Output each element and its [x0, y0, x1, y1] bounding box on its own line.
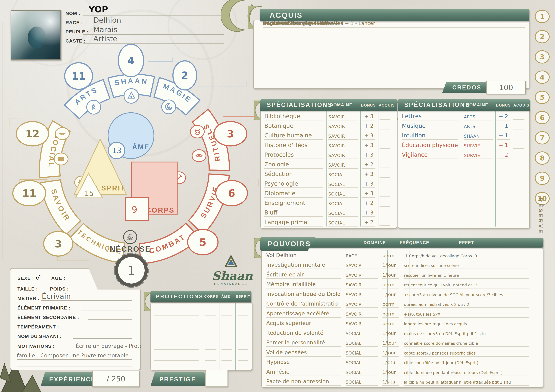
protections-cell-line[interactable] — [154, 360, 198, 361]
pouvoir-effet[interactable]: connaître score domaines d'une cible — [404, 341, 529, 347]
specialisation-acquis-cell[interactable] — [510, 142, 527, 149]
reserve-slot[interactable]: 5 — [535, 91, 550, 104]
specialisation-domaine[interactable]: SOCIAL — [328, 192, 358, 198]
specialisation-acquis-cell[interactable] — [375, 123, 394, 130]
pouvoir-frequence[interactable]: perm — [382, 301, 399, 308]
specialisation-name[interactable]: Histoire d'Héos — [264, 142, 323, 149]
specialisation-name[interactable]: Lettres — [402, 113, 458, 121]
specialisation-bonus[interactable]: + 3 — [362, 181, 375, 188]
combat-score[interactable]: 5 — [188, 229, 218, 255]
pouvoir-effet[interactable]: recopier un livre en 1 heure — [404, 273, 529, 279]
specialisation-name[interactable]: Intuition — [402, 132, 458, 140]
specialisation-acquis-cell[interactable] — [510, 152, 527, 159]
pouvoir-name[interactable]: Invocation antique du Diplo — [266, 291, 341, 298]
pouvoir-name[interactable]: Mémoire infaillible — [266, 281, 341, 288]
specialisation-bonus[interactable]: + 3 — [362, 152, 375, 159]
protections-cell-line[interactable] — [221, 338, 232, 338]
pouvoir-effet[interactable]: +1PX tous les 5PX — [404, 312, 529, 318]
nom-shaani-line[interactable] — [73, 338, 132, 339]
rituels-score[interactable]: 3 — [214, 121, 247, 146]
specialisation-bonus[interactable]: + 2 — [362, 161, 375, 169]
element-primaire-line[interactable] — [81, 310, 132, 310]
reserve-slot[interactable]: 6 — [535, 111, 550, 124]
specialisation-name[interactable]: Bibliothèque — [264, 113, 323, 121]
magie-score[interactable]: 2 — [173, 61, 197, 90]
pouvoir-domaine[interactable]: SAVOIR — [346, 312, 378, 318]
protections-cell-line[interactable] — [221, 327, 232, 327]
protections-cell-line[interactable] — [154, 327, 198, 327]
reserve-slot[interactable]: 1 — [535, 10, 550, 23]
pouvoir-name[interactable]: Hypnose — [266, 359, 341, 366]
specialisation-domaine[interactable]: SOCIAL — [328, 201, 358, 207]
ame-score[interactable]: 13 — [108, 142, 125, 159]
specialisation-domaine[interactable]: SAVOIR — [328, 153, 358, 159]
pouvoir-domaine[interactable]: SOCIAL — [346, 351, 378, 356]
reserve-slot[interactable]: 9 — [535, 172, 550, 185]
protections-cell-line[interactable] — [205, 338, 216, 338]
pouvoir-domaine[interactable]: SOCIAL — [346, 341, 378, 347]
reserve-slot[interactable]: 3 — [535, 50, 550, 64]
technique-score[interactable]: 3 — [44, 231, 73, 256]
pouvoir-frequence[interactable]: 1/jour — [382, 272, 399, 279]
prestige-field[interactable] — [205, 370, 228, 387]
pouvoir-frequence[interactable]: 1/jour — [382, 350, 399, 356]
specialisation-domaine[interactable]: ARTS — [464, 114, 493, 121]
protections-cell-line[interactable] — [221, 315, 232, 316]
pouvoir-domaine[interactable]: SOCIAL — [346, 360, 378, 366]
motivations-line3[interactable] — [17, 367, 132, 367]
specialisation-domaine[interactable]: SHAAN — [464, 134, 493, 140]
specialisation-bonus[interactable]: + 1 — [497, 142, 510, 149]
specialisation-acquis-cell[interactable] — [375, 142, 394, 149]
specialisation-name[interactable]: Protocoles — [264, 151, 323, 159]
acquis-empty-line[interactable] — [263, 70, 526, 78]
credos-field[interactable]: 100 — [486, 81, 526, 94]
specialisation-domaine[interactable]: SOCIAL — [328, 172, 358, 178]
pouvoir-effet[interactable]: cible contrôlée pdt 1 jour (Déf. Esprit) — [404, 361, 529, 366]
pouvoir-name[interactable]: Vol de pensées — [266, 349, 341, 356]
specialisation-acquis-cell[interactable] — [375, 219, 394, 227]
specialisation-domaine[interactable]: SAVOIR — [328, 163, 358, 169]
pouvoir-effet[interactable]: malus de score/3 en Déf. Esprit pdt 1 si… — [404, 331, 529, 337]
specialisation-domaine[interactable]: SAVOIR — [328, 114, 358, 121]
specialisation-acquis-cell[interactable] — [510, 113, 527, 121]
protections-cell-line[interactable] — [154, 338, 198, 338]
sexe-field[interactable]: ♂ — [35, 271, 42, 283]
pouvoir-frequence[interactable]: 1/jour — [382, 331, 399, 337]
temperament-line[interactable] — [72, 329, 132, 329]
pouvoir-frequence[interactable]: 1/jour — [382, 292, 399, 298]
specialisation-bonus[interactable]: + 3 — [362, 190, 375, 198]
specialisation-name[interactable]: Psychologie — [264, 180, 323, 188]
specialisation-domaine[interactable]: SOCIAL — [328, 221, 358, 227]
pouvoir-name[interactable]: Écriture éclair — [266, 271, 341, 279]
specialisation-acquis-cell[interactable] — [510, 123, 527, 130]
specialisation-acquis-cell[interactable] — [510, 132, 527, 140]
specialisation-bonus[interactable]: + 1 — [497, 123, 510, 130]
pouvoir-frequence[interactable]: perm — [382, 282, 399, 288]
specialisation-acquis-cell[interactable] — [375, 209, 394, 217]
protections-cell-line[interactable] — [205, 360, 216, 361]
pouvoir-effet[interactable]: ignore les pré-requis des acquis — [404, 322, 529, 327]
pouvoir-domaine[interactable]: RACE — [346, 253, 378, 259]
survie-score[interactable]: 6 — [216, 180, 248, 206]
pouvoir-domaine[interactable]: SOCIAL — [346, 331, 378, 337]
specialisation-bonus[interactable]: + 2 — [362, 200, 375, 207]
protections-cell-line[interactable] — [238, 349, 248, 350]
protections-cell-line[interactable] — [221, 349, 232, 350]
specialisation-acquis-cell[interactable] — [375, 190, 394, 198]
pouvoir-effet[interactable]: +score/3 au niveau de SOCIAL pour score/… — [404, 292, 529, 298]
shaan-score[interactable]: 4 — [118, 44, 144, 77]
specialisation-acquis-cell[interactable] — [375, 200, 394, 207]
corps-score[interactable]: 9 — [126, 198, 149, 221]
acquis-item[interactable]: Dague delhion : Armes de mêlée + 1 - Lan… — [263, 20, 526, 28]
metier-field[interactable]: Écrivain — [42, 292, 71, 300]
pouvoir-name[interactable]: Contrôle de l'administratio — [266, 300, 341, 308]
pouvoir-name[interactable]: Amnésie — [266, 369, 341, 376]
element-secondaire-line[interactable] — [88, 320, 132, 320]
pouvoir-frequence[interactable]: 1/jour — [382, 263, 399, 269]
pouvoir-name[interactable]: Percer la personnalité — [266, 339, 341, 347]
protections-cell-line[interactable] — [205, 349, 216, 350]
protections-cell-line[interactable] — [221, 360, 232, 361]
reserve-slot[interactable]: 7 — [535, 131, 550, 144]
protections-cell-line[interactable] — [154, 349, 198, 350]
pouvoir-frequence[interactable]: 1/situ — [382, 379, 399, 386]
